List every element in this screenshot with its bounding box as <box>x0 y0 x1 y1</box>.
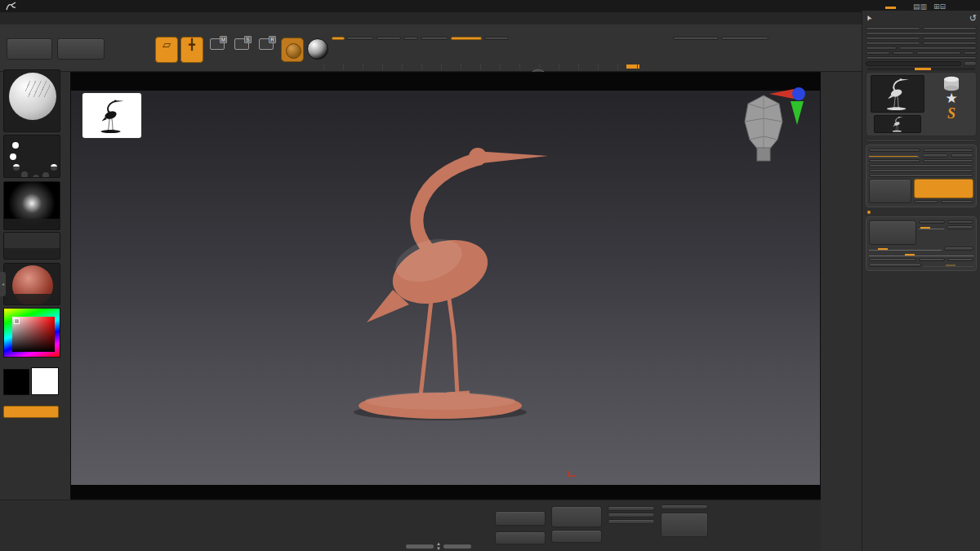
make-polymesh3d-button[interactable] <box>899 47 977 50</box>
sdiv-slider[interactable] <box>869 153 920 158</box>
sub-button[interactable] <box>919 258 945 261</box>
axis-orientation-widget[interactable] <box>764 81 810 127</box>
quick-insert-button[interactable] <box>495 531 546 544</box>
clone-button[interactable] <box>866 47 897 50</box>
goz-button[interactable] <box>866 51 890 55</box>
del-lower-button[interactable] <box>869 159 920 162</box>
quick-del-hidden-button[interactable] <box>661 504 708 509</box>
dynamesh-button[interactable] <box>869 220 916 245</box>
mrgb-button[interactable] <box>346 37 374 40</box>
document-canvas[interactable] <box>70 72 821 500</box>
draw-button[interactable]: ╋ <box>180 37 203 63</box>
edit-button[interactable]: ▱ <box>155 37 178 63</box>
layout-icons[interactable]: ⊞⊟ <box>933 2 946 11</box>
quick-mergedown-button[interactable] <box>608 513 655 518</box>
zcut-button[interactable] <box>484 37 509 40</box>
move-button[interactable]: M <box>206 38 229 50</box>
divider-icons[interactable]: ▤▥ <box>913 2 927 11</box>
load-tool-button[interactable] <box>866 27 920 30</box>
texture-selector[interactable] <box>3 232 60 260</box>
rotate-button[interactable]: R <box>255 38 278 50</box>
polish-button[interactable] <box>947 220 973 224</box>
replay-last-rel-button[interactable] <box>721 37 768 40</box>
tray-resize-handle[interactable]: ◂ <box>0 272 6 296</box>
and-button[interactable] <box>947 258 973 261</box>
scroll-arrows-icon[interactable]: ▲▼ <box>436 541 441 551</box>
smt-button[interactable] <box>914 179 973 198</box>
heron-sculpture[interactable] <box>344 131 556 425</box>
quick-save-as-button[interactable] <box>551 530 602 543</box>
rxtr-button[interactable] <box>951 153 973 158</box>
subprojection-slider[interactable] <box>869 252 973 256</box>
subtool-section[interactable] <box>866 139 977 142</box>
m-button[interactable] <box>403 37 418 40</box>
lightbox-thumbnail[interactable] <box>82 93 141 138</box>
material-button[interactable] <box>281 38 304 62</box>
create-shell-button[interactable] <box>869 263 921 267</box>
lightbox-tools-button[interactable] <box>866 56 977 60</box>
higher-res-button[interactable] <box>923 149 974 152</box>
thickness-slider[interactable] <box>924 263 974 267</box>
resolution-slider[interactable] <box>869 247 942 251</box>
brush-selector[interactable] <box>3 69 60 132</box>
goz-all-button[interactable] <box>893 51 914 55</box>
suv-button[interactable] <box>914 200 938 203</box>
quick-mirror-button[interactable] <box>608 506 655 511</box>
cage-button[interactable] <box>922 153 948 158</box>
freeze-subdivision-button[interactable] <box>869 164 973 167</box>
lower-res-button[interactable] <box>869 149 920 152</box>
stroke-selector[interactable] <box>3 135 60 178</box>
quick-delete-button[interactable] <box>661 513 708 537</box>
quick-dynamesh-button[interactable] <box>495 511 546 526</box>
main-color-swatch[interactable] <box>3 369 29 395</box>
see-through-handle[interactable] <box>885 7 896 9</box>
replay-last-button[interactable] <box>673 37 719 40</box>
export-button[interactable] <box>923 42 978 45</box>
blur-slider[interactable] <box>919 225 944 229</box>
cylinder3d-icon[interactable] <box>942 75 961 91</box>
reuv-button[interactable] <box>941 200 973 203</box>
tool-scroll-slider[interactable] <box>867 68 975 70</box>
simplebrush-icon[interactable]: S <box>947 106 956 122</box>
brush-bar-scrollbar[interactable]: ▲▼ <box>406 541 471 551</box>
del-higher-button[interactable] <box>923 159 974 162</box>
zadd-button[interactable] <box>421 37 448 40</box>
rgb-button[interactable] <box>376 37 401 40</box>
scroll-track-right[interactable] <box>443 544 471 549</box>
load-tools-from-project-button[interactable] <box>866 32 977 35</box>
secondary-color-swatch[interactable] <box>31 367 59 395</box>
lightbox-button[interactable] <box>57 38 105 60</box>
quick-zremesher-button[interactable] <box>551 506 602 527</box>
zsub-button[interactable] <box>451 37 482 40</box>
goz-visible-button[interactable] <box>916 51 961 55</box>
home-page-button[interactable] <box>7 38 52 60</box>
import-button[interactable] <box>866 42 920 45</box>
reconstruct-subdiv-button[interactable] <box>869 169 973 172</box>
tool-palette-header[interactable]: ➤ ↺ <box>866 11 977 25</box>
polymesh3d-icon[interactable]: ★ <box>945 91 957 106</box>
color-picker-square[interactable] <box>12 317 55 352</box>
picker-button[interactable] <box>944 247 973 251</box>
quick-export-button[interactable] <box>608 519 655 524</box>
copy-tool-button[interactable] <box>866 37 920 40</box>
save-as-button[interactable] <box>923 27 978 30</box>
color-picker[interactable] <box>3 308 60 358</box>
tool-thumb-active[interactable] <box>871 75 924 113</box>
scale-button[interactable]: S <box>230 38 253 50</box>
material-selector[interactable] <box>3 263 60 305</box>
alpha-channel-button[interactable] <box>332 37 345 40</box>
convert-bpr-button[interactable] <box>869 174 973 177</box>
goz-r-button[interactable] <box>964 51 977 55</box>
material-sphere-icon[interactable] <box>307 38 328 60</box>
divide-button[interactable] <box>869 179 911 203</box>
paste-tool-button[interactable] <box>923 37 978 40</box>
tool-thumb-previous[interactable] <box>874 115 921 133</box>
active-tool-name[interactable] <box>866 61 961 66</box>
dynamesh-section[interactable] <box>867 211 975 214</box>
reset-icon[interactable]: ↺ <box>969 13 977 24</box>
scroll-track-left[interactable] <box>406 544 434 549</box>
add-button[interactable] <box>869 258 916 261</box>
active-tool-r-button[interactable] <box>964 61 977 66</box>
groups-button[interactable] <box>919 220 945 224</box>
alternate-button[interactable] <box>3 406 59 418</box>
